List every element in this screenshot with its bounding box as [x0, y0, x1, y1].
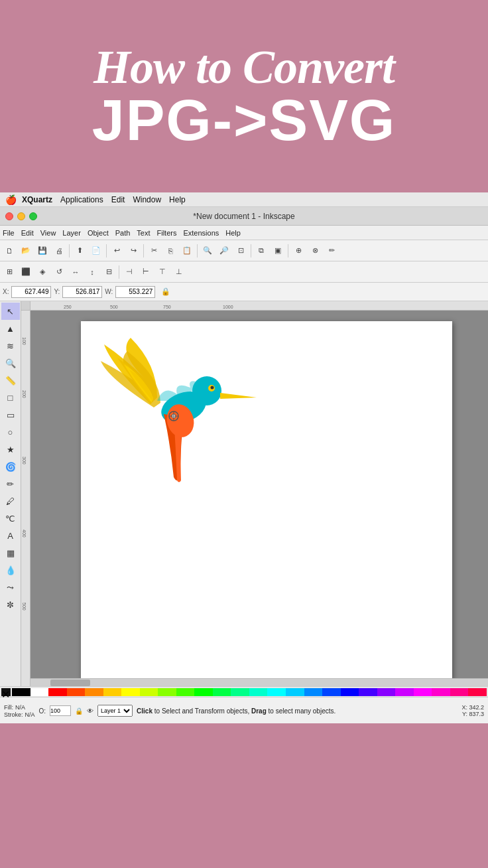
align-top-btn[interactable]: ⊥: [171, 264, 187, 280]
color-swatch[interactable]: [432, 688, 450, 696]
save-btn[interactable]: 💾: [34, 243, 50, 259]
rotate-btn[interactable]: ↺: [51, 264, 67, 280]
color-swatch[interactable]: [231, 688, 249, 696]
opacity-input[interactable]: [50, 705, 71, 716]
menu-extensions[interactable]: Extensions: [183, 229, 219, 237]
dropper-tool[interactable]: 💧: [1, 561, 20, 579]
new-btn[interactable]: 🗋: [1, 243, 17, 259]
color-swatch[interactable]: [48, 688, 67, 696]
lock-ratio-btn[interactable]: 🔒: [158, 284, 174, 300]
menu-layer[interactable]: Layer: [62, 229, 81, 237]
undo-btn[interactable]: ↩: [109, 243, 125, 259]
hummingbird-svg[interactable]: [97, 325, 283, 497]
color-swatch[interactable]: [176, 688, 195, 696]
color-swatch[interactable]: [140, 688, 158, 696]
spray-tool[interactable]: ✼: [1, 596, 20, 613]
color-swatch[interactable]: [450, 688, 469, 696]
align-l[interactable]: ⬛: [18, 264, 34, 280]
menu-view[interactable]: View: [40, 229, 56, 237]
copy-btn[interactable]: ⎘: [162, 243, 178, 259]
pencil-tool[interactable]: ✏: [1, 475, 20, 492]
node-tool[interactable]: ▲: [1, 320, 20, 337]
flip-h-btn[interactable]: ↔: [68, 264, 84, 280]
color-swatch[interactable]: [267, 688, 286, 696]
menubar-xquartz[interactable]: XQuartz: [22, 195, 52, 204]
color-swatch[interactable]: [377, 688, 396, 696]
minimize-button[interactable]: [17, 212, 25, 220]
menubar-window[interactable]: Window: [133, 195, 161, 204]
pen-tool-btn[interactable]: ✏: [324, 243, 339, 259]
w-input[interactable]: [115, 286, 155, 298]
cut-btn[interactable]: ✂: [146, 243, 162, 259]
menubar-help[interactable]: Help: [169, 195, 186, 204]
redo-btn[interactable]: ↪: [125, 243, 141, 259]
y-input[interactable]: [62, 286, 102, 298]
star-tool[interactable]: ★: [1, 441, 20, 458]
align-left-btn[interactable]: ⊣: [121, 264, 137, 280]
measure-tool[interactable]: 📏: [1, 372, 20, 389]
align-right-btn[interactable]: ⊤: [154, 264, 170, 280]
menu-help[interactable]: Help: [225, 229, 241, 237]
menu-edit[interactable]: Edit: [21, 229, 34, 237]
snap-btn[interactable]: ⊕: [290, 243, 306, 259]
tweak-tool[interactable]: ≋: [1, 337, 20, 354]
zoom-in-btn[interactable]: 🔍: [200, 243, 215, 259]
export-btn[interactable]: 📄: [88, 243, 104, 259]
scrollbar-thumb-h[interactable]: [50, 680, 90, 686]
node-btn[interactable]: ◈: [34, 264, 50, 280]
color-swatch[interactable]: [341, 688, 359, 696]
zoom-fit-btn[interactable]: ⊡: [233, 243, 249, 259]
color-swatch[interactable]: [121, 688, 140, 696]
color-swatch[interactable]: [67, 688, 86, 696]
menubar-applications[interactable]: Applications: [60, 195, 103, 204]
layer-select[interactable]: Layer 1: [97, 705, 133, 717]
color-swatch[interactable]: [213, 688, 231, 696]
color-swatch[interactable]: [468, 688, 487, 696]
no-color-btn[interactable]: ✕: [1, 688, 11, 696]
color-swatch[interactable]: [249, 688, 268, 696]
menu-file[interactable]: File: [3, 229, 15, 237]
text-tool[interactable]: A: [1, 527, 20, 544]
color-swatch[interactable]: [395, 688, 414, 696]
box3d-tool[interactable]: ▭: [1, 406, 20, 423]
connector-tool[interactable]: ⤳: [1, 579, 20, 596]
menu-filters[interactable]: Filters: [157, 229, 177, 237]
import-btn[interactable]: ⬆: [72, 243, 88, 259]
menu-path[interactable]: Path: [115, 229, 131, 237]
color-swatch[interactable]: [286, 688, 304, 696]
flip-v-btn[interactable]: ↕: [84, 264, 100, 280]
color-swatch[interactable]: [194, 688, 213, 696]
menu-object[interactable]: Object: [88, 229, 109, 237]
dist-h-btn[interactable]: ⊟: [101, 264, 117, 280]
color-swatch[interactable]: [85, 688, 103, 696]
open-btn[interactable]: 📂: [18, 243, 34, 259]
duplicate-btn[interactable]: ⧉: [253, 243, 269, 259]
spiral-tool[interactable]: 🌀: [1, 458, 20, 475]
color-swatch[interactable]: [103, 688, 122, 696]
color-swatch[interactable]: [359, 688, 377, 696]
paste-btn[interactable]: 📋: [179, 243, 195, 259]
maximize-button[interactable]: [29, 212, 37, 220]
scrollbar-h[interactable]: [30, 678, 488, 686]
color-swatch[interactable]: [414, 688, 432, 696]
zoom-out-btn[interactable]: 🔎: [216, 243, 232, 259]
gradient-tool[interactable]: ▦: [1, 544, 20, 561]
x-input[interactable]: [11, 286, 51, 298]
rect-tool[interactable]: □: [1, 389, 20, 406]
group-btn[interactable]: ▣: [270, 243, 286, 259]
zoom-tool[interactable]: 🔍: [1, 354, 20, 372]
color-swatch[interactable]: [304, 688, 323, 696]
align-center-btn[interactable]: ⊢: [138, 264, 154, 280]
close-button[interactable]: [5, 212, 13, 220]
color-swatch[interactable]: [322, 688, 341, 696]
menubar-edit[interactable]: Edit: [111, 195, 125, 204]
color-swatch[interactable]: [158, 688, 176, 696]
callig-tool[interactable]: ℃: [1, 510, 20, 527]
color-swatch[interactable]: [30, 688, 49, 696]
select-tool[interactable]: ↖: [1, 303, 20, 320]
color-swatch[interactable]: [12, 688, 30, 696]
circle-tool[interactable]: ○: [1, 423, 20, 441]
snap2-btn[interactable]: ⊗: [307, 243, 323, 259]
pen-tool[interactable]: 🖊: [1, 492, 20, 510]
snap-toggle[interactable]: ⊞: [1, 264, 17, 280]
